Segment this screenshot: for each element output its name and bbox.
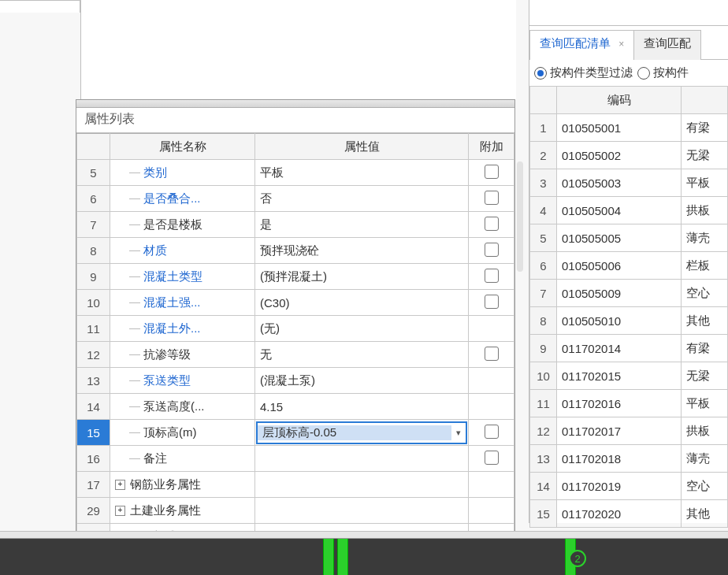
checkbox[interactable] — [485, 451, 499, 465]
property-name: 混凝土类型 — [110, 264, 255, 290]
checkbox[interactable] — [485, 425, 499, 439]
code-cell: 011702018 — [557, 445, 682, 473]
scrollbar[interactable] — [517, 161, 523, 272]
desc-cell: 无梁 — [682, 142, 728, 169]
desc-cell: 平板 — [682, 390, 728, 417]
property-row[interactable]: 7是否是楼板是 — [77, 212, 514, 238]
expand-icon[interactable]: + — [115, 480, 125, 490]
property-value[interactable]: (混凝土泵) — [255, 368, 469, 394]
property-row[interactable]: 11混凝土外...(无) — [77, 316, 514, 342]
dropdown[interactable]: 层顶标高-0.05▾ — [256, 421, 467, 444]
property-name: 是否叠合... — [110, 186, 255, 212]
property-row[interactable]: 29+土建业务属性 — [77, 498, 514, 524]
code-row[interactable]: 12011702017拱板 — [530, 417, 728, 445]
property-value[interactable]: (无) — [255, 316, 469, 342]
tab-match-list[interactable]: 查询匹配清单 × — [529, 30, 634, 60]
property-value[interactable] — [255, 498, 469, 524]
desc-cell: 无梁 — [682, 362, 728, 390]
code-row[interactable]: 11011702016平板 — [530, 390, 728, 417]
code-row[interactable]: 7010505009空心 — [530, 280, 728, 307]
property-value[interactable]: 是 — [255, 212, 469, 238]
timeline-marker[interactable] — [337, 539, 348, 575]
property-row[interactable]: 5类别平板 — [77, 160, 514, 186]
header-name: 属性名称 — [110, 134, 255, 160]
close-icon[interactable]: × — [618, 39, 624, 50]
desc-cell: 拱板 — [682, 197, 728, 224]
code-cell: 011702019 — [557, 473, 682, 500]
row-number: 2 — [530, 142, 557, 169]
extra-checkbox-cell[interactable] — [469, 498, 514, 524]
checkbox[interactable] — [485, 269, 499, 283]
property-row[interactable]: 6是否叠合...否 — [77, 186, 514, 212]
property-value[interactable]: 否 — [255, 186, 469, 212]
extra-checkbox-cell[interactable] — [469, 316, 514, 342]
header-desc — [682, 87, 728, 114]
radio-label: 按构件类型过滤 — [550, 65, 633, 80]
timeline-marker[interactable] — [323, 539, 334, 575]
timeline-badge[interactable]: 2 — [569, 550, 586, 567]
row-number: 13 — [530, 445, 557, 473]
checkbox[interactable] — [485, 191, 499, 205]
expand-icon[interactable]: + — [115, 506, 125, 516]
desc-cell: 有梁 — [682, 335, 728, 362]
checkbox[interactable] — [485, 217, 499, 231]
property-row[interactable]: 12抗渗等级无 — [77, 342, 514, 368]
extra-checkbox-cell[interactable] — [469, 186, 514, 212]
property-row[interactable]: 13泵送类型(混凝土泵) — [77, 368, 514, 394]
extra-checkbox-cell[interactable] — [469, 368, 514, 394]
extra-checkbox-cell[interactable] — [469, 264, 514, 290]
checkbox[interactable] — [485, 295, 499, 309]
tab-match-other[interactable]: 查询匹配 — [633, 30, 701, 60]
code-row[interactable]: 2010505002无梁 — [530, 142, 728, 169]
bottom-grip[interactable] — [0, 531, 728, 539]
property-row[interactable]: 15顶标高(m)层顶标高-0.05▾ — [77, 420, 514, 446]
desc-cell: 薄壳 — [682, 224, 728, 252]
property-row[interactable]: 10混凝土强...(C30) — [77, 290, 514, 316]
extra-checkbox-cell[interactable] — [469, 420, 514, 446]
code-row[interactable]: 4010505004拱板 — [530, 197, 728, 224]
code-row[interactable]: 15011702020其他 — [530, 500, 728, 528]
property-value[interactable]: 平板 — [255, 160, 469, 186]
radio-by-type[interactable]: 按构件类型过滤 — [534, 65, 633, 80]
property-value[interactable]: (C30) — [255, 290, 469, 316]
checkbox[interactable] — [485, 243, 499, 257]
checkbox[interactable] — [485, 347, 499, 361]
checkbox[interactable] — [485, 165, 499, 179]
extra-checkbox-cell[interactable] — [469, 238, 514, 264]
chevron-down-icon[interactable]: ▾ — [451, 428, 466, 438]
code-row[interactable]: 5010505005薄壳 — [530, 224, 728, 252]
code-row[interactable]: 14011702019空心 — [530, 473, 728, 500]
code-row[interactable]: 9011702014有梁 — [530, 335, 728, 362]
property-value[interactable]: 无 — [255, 342, 469, 368]
property-row[interactable]: 16备注 — [77, 446, 514, 472]
property-value[interactable] — [255, 446, 469, 472]
code-row[interactable]: 13011702018薄壳 — [530, 445, 728, 473]
property-value[interactable]: (预拌混凝土) — [255, 264, 469, 290]
row-number: 7 — [530, 280, 557, 307]
property-name: 是否是楼板 — [110, 212, 255, 238]
extra-checkbox-cell[interactable] — [469, 472, 514, 498]
code-cell: 010505003 — [557, 169, 682, 197]
property-row[interactable]: 17+钢筋业务属性 — [77, 472, 514, 498]
extra-checkbox-cell[interactable] — [469, 212, 514, 238]
property-value[interactable]: 层顶标高-0.05▾ — [255, 420, 469, 446]
code-row[interactable]: 1010505001有梁 — [530, 114, 728, 142]
property-row[interactable]: 8材质预拌现浇砼 — [77, 238, 514, 264]
code-row[interactable]: 8010505010其他 — [530, 307, 728, 335]
radio-by-component[interactable]: 按构件 — [637, 65, 689, 80]
code-row[interactable]: 3010505003平板 — [530, 169, 728, 197]
property-value[interactable]: 预拌现浇砼 — [255, 238, 469, 264]
property-value[interactable]: 4.15 — [255, 394, 469, 420]
property-row[interactable]: 9混凝土类型(预拌混凝土) — [77, 264, 514, 290]
extra-checkbox-cell[interactable] — [469, 394, 514, 420]
row-number: 6 — [77, 186, 110, 212]
extra-checkbox-cell[interactable] — [469, 446, 514, 472]
property-row[interactable]: 14泵送高度(...4.15 — [77, 394, 514, 420]
panel-grip[interactable] — [76, 100, 514, 108]
extra-checkbox-cell[interactable] — [469, 342, 514, 368]
property-value[interactable] — [255, 472, 469, 498]
extra-checkbox-cell[interactable] — [469, 160, 514, 186]
code-row[interactable]: 6010505006栏板 — [530, 252, 728, 280]
code-row[interactable]: 10011702015无梁 — [530, 362, 728, 390]
extra-checkbox-cell[interactable] — [469, 290, 514, 316]
